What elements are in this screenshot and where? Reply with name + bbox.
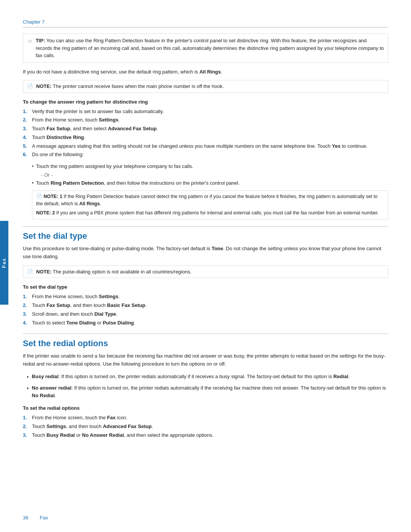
step-3-num: 3. [23, 125, 30, 133]
side-tab: Fax [0, 221, 8, 305]
redial-bullet-1-text: Busy redial: If this option is turned on… [32, 373, 350, 382]
set-dial-type-body: Use this procedure to set tone-dialing o… [23, 245, 388, 261]
footer-section: Fax [40, 515, 48, 521]
set-dial-heading: To set the dial type [23, 284, 388, 290]
note-box-main: 📄 NOTE: The printer cannot receive faxes… [23, 80, 388, 93]
set-dial-body-bold: Tone [212, 246, 223, 251]
step-6-text: Do one of the following: [32, 151, 84, 159]
footer: 36 Fax [23, 515, 388, 521]
change-answer-steps: 1. Verify that the printer is set to ans… [23, 108, 388, 159]
dial-step-1-num: 1. [23, 293, 30, 301]
redial-step-2-num: 2. [23, 423, 30, 431]
redial-step-1: 1. From the Home screen, touch the Fax i… [23, 414, 388, 422]
step-6: 6. Do one of the following: [23, 151, 388, 159]
dial-step-1: 1. From the Home screen, touch Settings. [23, 293, 388, 301]
bullet-1-text: Touch the ring pattern assigned by your … [36, 163, 193, 171]
step-4-num: 4. [23, 134, 30, 142]
bullet-2: • Touch Ring Pattern Detection, and then… [32, 179, 388, 187]
side-tab-label: Fax [2, 258, 7, 268]
default-ring-para: If you do not have a distinctive ring se… [23, 68, 388, 76]
redial-step-1-text: From the Home screen, touch the Fax icon… [32, 414, 127, 422]
inner-note-1: 📄 NOTE: 1 If the Ring Pattern Detection … [36, 193, 384, 208]
dial-step-1-text: From the Home screen, touch Settings. [32, 293, 120, 301]
dial-step-4-num: 4. [23, 319, 30, 327]
tip-label: TIP: [36, 38, 45, 43]
redial-step-3-text: Touch Busy Redial or No Answer Redial, a… [32, 431, 213, 439]
tip-box: ☼ TIP: You can also use the Ring Pattern… [23, 34, 388, 63]
set-dial-body-before: Use this procedure to set tone-dialing o… [23, 246, 212, 251]
redial-step-3: 3. Touch Busy Redial or No Answer Redial… [23, 431, 388, 439]
dial-step-3-text: Scroll down, and then touch Dial Type. [32, 310, 118, 318]
redial-bullet-1: • Busy redial: If this option is turned … [27, 373, 388, 382]
set-redial-heading: To set the redial options [23, 405, 388, 411]
change-answer-heading: To change the answer ring pattern for di… [23, 99, 388, 105]
dial-step-4-text: Touch to select Tone Dialing or Pulse Di… [32, 319, 135, 327]
inner-note-2-text: If you are using a PBX phone system that… [56, 210, 379, 216]
footer-page: 36 [23, 515, 28, 521]
set-dial-note-icon: 📄 [27, 269, 33, 275]
note-label: NOTE: [36, 83, 51, 89]
step-1-num: 1. [23, 108, 30, 116]
bullet-dot-1: • [32, 163, 34, 171]
redial-step-3-num: 3. [23, 431, 30, 439]
default-ring-bold: All Rings [199, 69, 221, 75]
set-redial-steps: 1. From the Home screen, touch the Fax i… [23, 414, 388, 439]
section-divider-1 [23, 226, 388, 227]
top-divider [23, 27, 388, 27]
inner-note-2: NOTE: 2 If you are using a PBX phone sys… [36, 209, 384, 217]
step-6-num: 6. [23, 151, 30, 159]
step-3-text: Touch Fax Setup, and then select Advance… [32, 125, 158, 133]
chapter-label: Chapter 7 [23, 19, 388, 25]
step-1: 1. Verify that the printer is set to ans… [23, 108, 388, 116]
step-2-num: 2. [23, 116, 30, 124]
dial-step-2-num: 2. [23, 302, 30, 310]
tip-body: You can also use the Ring Pattern Detect… [36, 38, 384, 58]
dial-step-2: 2. Touch Fax Setup, and then touch Basic… [23, 302, 388, 310]
redial-dot-2: • [27, 383, 29, 400]
step-4-text: Touch Distinctive Ring. [32, 134, 85, 142]
default-ring-text-before: If you do not have a distinctive ring se… [23, 69, 199, 75]
tip-icon: ☼ [27, 37, 33, 44]
set-dial-note-text: NOTE: The pulse-dialing option is not av… [36, 268, 191, 276]
dial-step-3-num: 3. [23, 310, 30, 318]
step-6-bullets: • Touch the ring pattern assigned by you… [32, 163, 388, 171]
step-5-num: 5. [23, 142, 30, 150]
step-6-bullets-2: • Touch Ring Pattern Detection, and then… [32, 179, 388, 187]
inner-note-box: 📄 NOTE: 1 If the Ring Pattern Detection … [32, 190, 388, 219]
step-3: 3. Touch Fax Setup, and then select Adva… [23, 125, 388, 133]
redial-bullets: • Busy redial: If this option is turned … [27, 373, 388, 400]
set-dial-note-body: The pulse-dialing option is not availabl… [53, 269, 191, 275]
set-dial-type-title: Set the dial type [23, 231, 388, 241]
default-ring-text-after: . [221, 69, 222, 75]
main-content: Chapter 7 ☼ TIP: You can also use the Ri… [23, 0, 388, 532]
tip-text: TIP: You can also use the Ring Pattern D… [36, 37, 384, 59]
step-5: 5. A message appears stating that this s… [23, 142, 388, 150]
redial-step-2-text: Touch Settings, and then touch Advanced … [32, 423, 153, 431]
redial-bullet-2: • No answer redial: If this option is tu… [27, 384, 388, 400]
redial-dot-1: • [27, 372, 29, 382]
inner-note-1-text: If the Ring Pattern Detection feature ca… [36, 194, 378, 206]
step-2: 2. From the Home screen, touch Settings. [23, 116, 388, 124]
set-dial-note-box: 📄 NOTE: The pulse-dialing option is not … [23, 265, 388, 278]
bullet-2-text: Touch Ring Pattern Detection, and then f… [36, 179, 240, 187]
bullet-dot-2: • [32, 179, 34, 187]
set-redial-body: If the printer was unable to send a fax … [23, 352, 388, 368]
page: Fax Chapter 7 ☼ TIP: You can also use th… [0, 0, 411, 532]
dial-step-4: 4. Touch to select Tone Dialing or Pulse… [23, 319, 388, 327]
or-text: - Or - [41, 172, 388, 178]
step-4: 4. Touch Distinctive Ring. [23, 134, 388, 142]
section-divider-2 [23, 334, 388, 334]
step-2-text: From the Home screen, touch Settings. [32, 116, 120, 124]
bullet-1: • Touch the ring pattern assigned by you… [32, 163, 388, 171]
note-text-main: NOTE: The printer cannot receive faxes w… [36, 83, 224, 90]
dial-step-2-text: Touch Fax Setup, and then touch Basic Fa… [32, 302, 147, 310]
step-5-text: A message appears stating that this sett… [32, 142, 367, 150]
set-redial-title: Set the redial options [23, 339, 388, 348]
redial-step-1-num: 1. [23, 414, 30, 422]
set-dial-steps: 1. From the Home screen, touch Settings.… [23, 293, 388, 327]
inner-note-2-label: NOTE: 2 [36, 210, 55, 216]
step-1-text: Verify that the printer is set to answer… [32, 108, 164, 116]
redial-step-2: 2. Touch Settings, and then touch Advanc… [23, 423, 388, 431]
note-icon: 📄 [27, 83, 33, 89]
dial-step-3: 3. Scroll down, and then touch Dial Type… [23, 310, 388, 318]
